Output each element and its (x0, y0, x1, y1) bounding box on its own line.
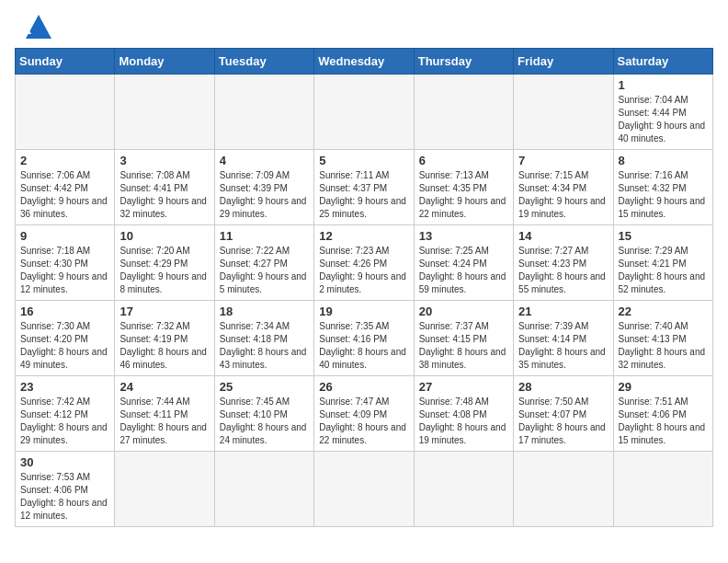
calendar-cell: 9Sunrise: 7:18 AM Sunset: 4:30 PM Daylig… (16, 225, 115, 301)
calendar-cell: 2Sunrise: 7:06 AM Sunset: 4:42 PM Daylig… (16, 150, 115, 225)
day-number: 23 (20, 380, 109, 394)
day-info: Sunrise: 7:25 AM Sunset: 4:24 PM Dayligh… (419, 245, 508, 296)
day-info: Sunrise: 7:16 AM Sunset: 4:32 PM Dayligh… (619, 169, 708, 221)
day-number: 9 (20, 229, 109, 243)
calendar-cell (414, 75, 513, 150)
calendar-cell (514, 75, 613, 150)
calendar-week-row: 23Sunrise: 7:42 AM Sunset: 4:12 PM Dayli… (16, 376, 713, 452)
day-header-friday: Friday (514, 49, 613, 75)
calendar-cell: 15Sunrise: 7:29 AM Sunset: 4:21 PM Dayli… (613, 225, 712, 301)
calendar-cell: 13Sunrise: 7:25 AM Sunset: 4:24 PM Dayli… (414, 225, 513, 301)
day-number: 7 (518, 154, 608, 167)
page-header (15, 15, 713, 39)
day-number: 2 (20, 154, 109, 167)
day-number: 16 (20, 304, 109, 318)
day-number: 3 (119, 154, 209, 167)
day-info: Sunrise: 7:20 AM Sunset: 4:29 PM Dayligh… (119, 245, 209, 296)
calendar-week-row: 2Sunrise: 7:06 AM Sunset: 4:42 PM Daylig… (16, 150, 713, 225)
day-info: Sunrise: 7:04 AM Sunset: 4:44 PM Dayligh… (619, 94, 708, 145)
day-info: Sunrise: 7:39 AM Sunset: 4:14 PM Dayligh… (518, 320, 608, 372)
day-info: Sunrise: 7:37 AM Sunset: 4:15 PM Dayligh… (419, 320, 508, 372)
day-info: Sunrise: 7:47 AM Sunset: 4:09 PM Dayligh… (319, 396, 408, 447)
calendar-cell: 26Sunrise: 7:47 AM Sunset: 4:09 PM Dayli… (314, 376, 414, 452)
day-header-saturday: Saturday (613, 49, 712, 75)
day-info: Sunrise: 7:15 AM Sunset: 4:34 PM Dayligh… (518, 169, 608, 221)
calendar-cell: 1Sunrise: 7:04 AM Sunset: 4:44 PM Daylig… (613, 75, 712, 150)
day-number: 1 (619, 78, 708, 92)
day-number: 14 (518, 229, 608, 243)
day-info: Sunrise: 7:42 AM Sunset: 4:12 PM Dayligh… (20, 396, 109, 447)
logo (15, 15, 51, 39)
calendar-cell: 10Sunrise: 7:20 AM Sunset: 4:29 PM Dayli… (115, 225, 214, 301)
calendar-cell: 8Sunrise: 7:16 AM Sunset: 4:32 PM Daylig… (613, 150, 712, 225)
calendar-cell (414, 452, 513, 527)
calendar-cell: 5Sunrise: 7:11 AM Sunset: 4:37 PM Daylig… (314, 150, 414, 225)
calendar-cell: 12Sunrise: 7:23 AM Sunset: 4:26 PM Dayli… (314, 225, 414, 301)
day-number: 13 (419, 229, 508, 243)
day-number: 4 (220, 154, 309, 167)
calendar-week-row: 30Sunrise: 7:53 AM Sunset: 4:06 PM Dayli… (16, 452, 713, 527)
day-info: Sunrise: 7:09 AM Sunset: 4:39 PM Dayligh… (220, 169, 309, 221)
calendar-cell: 7Sunrise: 7:15 AM Sunset: 4:34 PM Daylig… (514, 150, 613, 225)
day-number: 25 (220, 380, 309, 394)
calendar-cell (613, 452, 712, 527)
calendar-cell: 22Sunrise: 7:40 AM Sunset: 4:13 PM Dayli… (613, 301, 712, 376)
day-number: 5 (319, 154, 408, 167)
day-number: 30 (20, 455, 109, 469)
day-number: 17 (119, 304, 209, 318)
calendar-cell (314, 75, 414, 150)
day-info: Sunrise: 7:53 AM Sunset: 4:06 PM Dayligh… (20, 471, 109, 523)
calendar-cell: 3Sunrise: 7:08 AM Sunset: 4:41 PM Daylig… (115, 150, 214, 225)
day-info: Sunrise: 7:11 AM Sunset: 4:37 PM Dayligh… (319, 169, 408, 221)
day-number: 8 (619, 154, 708, 167)
calendar-cell (314, 452, 414, 527)
day-info: Sunrise: 7:34 AM Sunset: 4:18 PM Dayligh… (220, 320, 309, 372)
day-number: 12 (319, 229, 408, 243)
day-info: Sunrise: 7:40 AM Sunset: 4:13 PM Dayligh… (619, 320, 708, 372)
calendar-cell (214, 452, 313, 527)
day-header-thursday: Thursday (414, 49, 513, 75)
day-info: Sunrise: 7:13 AM Sunset: 4:35 PM Dayligh… (419, 169, 508, 221)
day-number: 20 (419, 304, 508, 318)
day-number: 18 (220, 304, 309, 318)
day-number: 19 (319, 304, 408, 318)
day-header-tuesday: Tuesday (214, 49, 313, 75)
day-header-sunday: Sunday (16, 49, 115, 75)
calendar-cell: 27Sunrise: 7:48 AM Sunset: 4:08 PM Dayli… (414, 376, 513, 452)
day-number: 27 (419, 380, 508, 394)
calendar-cell: 24Sunrise: 7:44 AM Sunset: 4:11 PM Dayli… (115, 376, 214, 452)
calendar-cell: 6Sunrise: 7:13 AM Sunset: 4:35 PM Daylig… (414, 150, 513, 225)
day-number: 10 (119, 229, 209, 243)
calendar-cell: 20Sunrise: 7:37 AM Sunset: 4:15 PM Dayli… (414, 301, 513, 376)
day-number: 6 (419, 154, 508, 167)
day-info: Sunrise: 7:48 AM Sunset: 4:08 PM Dayligh… (419, 396, 508, 447)
calendar-cell (16, 75, 115, 150)
day-number: 21 (518, 304, 608, 318)
calendar-cell: 21Sunrise: 7:39 AM Sunset: 4:14 PM Dayli… (514, 301, 613, 376)
day-info: Sunrise: 7:18 AM Sunset: 4:30 PM Dayligh… (20, 245, 109, 296)
calendar-cell: 30Sunrise: 7:53 AM Sunset: 4:06 PM Dayli… (16, 452, 115, 527)
calendar-cell (214, 75, 313, 150)
calendar-cell: 17Sunrise: 7:32 AM Sunset: 4:19 PM Dayli… (115, 301, 214, 376)
day-info: Sunrise: 7:23 AM Sunset: 4:26 PM Dayligh… (319, 245, 408, 296)
calendar-cell: 18Sunrise: 7:34 AM Sunset: 4:18 PM Dayli… (214, 301, 313, 376)
day-info: Sunrise: 7:06 AM Sunset: 4:42 PM Dayligh… (20, 169, 109, 221)
calendar-cell: 4Sunrise: 7:09 AM Sunset: 4:39 PM Daylig… (214, 150, 313, 225)
day-number: 15 (619, 229, 708, 243)
day-info: Sunrise: 7:29 AM Sunset: 4:21 PM Dayligh… (619, 245, 708, 296)
day-info: Sunrise: 7:44 AM Sunset: 4:11 PM Dayligh… (119, 396, 209, 447)
day-info: Sunrise: 7:45 AM Sunset: 4:10 PM Dayligh… (220, 396, 309, 447)
day-number: 11 (220, 229, 309, 243)
day-info: Sunrise: 7:30 AM Sunset: 4:20 PM Dayligh… (20, 320, 109, 372)
day-number: 22 (619, 304, 708, 318)
day-info: Sunrise: 7:08 AM Sunset: 4:41 PM Dayligh… (119, 169, 209, 221)
calendar-week-row: 1Sunrise: 7:04 AM Sunset: 4:44 PM Daylig… (16, 75, 713, 150)
calendar-cell: 23Sunrise: 7:42 AM Sunset: 4:12 PM Dayli… (16, 376, 115, 452)
day-number: 26 (319, 380, 408, 394)
day-info: Sunrise: 7:27 AM Sunset: 4:23 PM Dayligh… (518, 245, 608, 296)
calendar-cell: 19Sunrise: 7:35 AM Sunset: 4:16 PM Dayli… (314, 301, 414, 376)
calendar-week-row: 9Sunrise: 7:18 AM Sunset: 4:30 PM Daylig… (16, 225, 713, 301)
calendar-week-row: 16Sunrise: 7:30 AM Sunset: 4:20 PM Dayli… (16, 301, 713, 376)
day-info: Sunrise: 7:35 AM Sunset: 4:16 PM Dayligh… (319, 320, 408, 372)
calendar-cell: 25Sunrise: 7:45 AM Sunset: 4:10 PM Dayli… (214, 376, 313, 452)
